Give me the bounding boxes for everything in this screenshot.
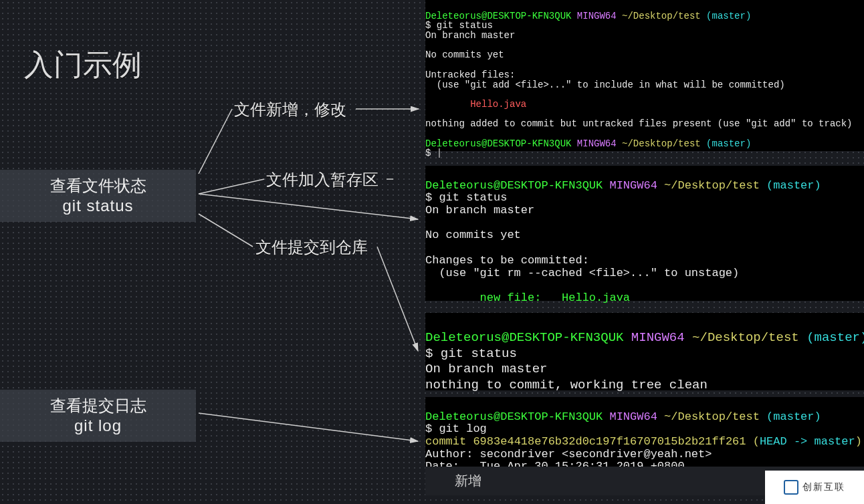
term-user: Deleteorus@DESKTOP-KFN3QUK — [425, 410, 603, 423]
term-branch: (master) — [806, 330, 864, 345]
term-shell: MINGW64 — [609, 179, 657, 192]
term-cmd: git log — [439, 422, 486, 435]
terminal-untracked: Deleteorus@DESKTOP-KFN3QUK MINGW64 ~/Des… — [425, 0, 864, 151]
term-line: (use "git rm --cached <file>..." to unst… — [425, 267, 739, 279]
label-log-box: 查看提交日志 git log — [0, 390, 196, 442]
term-prompt: $ — [425, 346, 433, 361]
terminal-clean: Deleteorus@DESKTOP-KFN3QUK MINGW64 ~/Des… — [425, 313, 864, 390]
term-head-ref: HEAD -> master — [760, 435, 855, 448]
term-author: Author: secondriver <secondriver@yeah.ne… — [425, 448, 712, 461]
term-user: Deleteorus@DESKTOP-KFN3QUK — [425, 179, 603, 192]
term-line: nothing to commit, working tree clean — [425, 378, 708, 392]
term-user: Deleteorus@DESKTOP-KFN3QUK — [425, 138, 571, 149]
label-log-cmd: git log — [20, 416, 176, 435]
term-cmd: git status — [439, 191, 507, 204]
term-line: nothing added to commit but untracked fi… — [425, 118, 853, 129]
term-branch: (master) — [766, 179, 821, 192]
term-user: Deleteorus@DESKTOP-KFN3QUK — [425, 330, 623, 345]
term-cmd: git status — [437, 20, 493, 31]
watermark-logo-icon — [784, 480, 798, 495]
term-shell: MINGW64 — [631, 330, 685, 345]
svg-line-5 — [199, 214, 253, 247]
label-status-cmd: git status — [20, 197, 176, 215]
term-branch: (master) — [766, 410, 821, 423]
term-prompt: $ — [425, 191, 432, 204]
svg-line-8 — [199, 413, 418, 441]
watermark-text: 创新互联 — [802, 481, 845, 493]
term-path: ~/Desktop/test — [692, 330, 799, 345]
term-path: ~/Desktop/test — [664, 179, 760, 192]
svg-line-6 — [377, 247, 418, 351]
term-line: On branch master — [425, 362, 547, 376]
term-commit-hash: 6983e4418e76b32d0c197f16707015b2b21ff261 — [473, 435, 746, 448]
term-line: Untracked files: — [425, 70, 515, 80]
term-prompt: $ — [425, 20, 431, 31]
commit-message: 新增 — [455, 473, 481, 488]
svg-line-2 — [199, 179, 264, 194]
term-staged-file: new file: Hello.java — [425, 291, 630, 304]
terminal-log: Deleteorus@DESKTOP-KFN3QUK MINGW64 ~/Des… — [425, 397, 864, 467]
term-line: No commits yet — [425, 229, 521, 241]
svg-line-4 — [199, 194, 418, 219]
term-line: Changes to be committed: — [425, 254, 589, 267]
term-path: ~/Desktop/test — [622, 138, 701, 149]
svg-line-0 — [199, 109, 232, 174]
term-line: On branch master — [425, 204, 534, 217]
term-path: ~/Desktop/test — [622, 11, 701, 21]
term-line: (use "git add <file>..." to include in w… — [425, 80, 785, 90]
label-status-title: 查看文件状态 — [20, 175, 176, 197]
term-commit-prefix: commit — [425, 435, 473, 448]
arrow-label-1: 文件新增，修改 — [234, 99, 346, 120]
term-line: On branch master — [425, 30, 515, 41]
term-prompt: $ — [425, 148, 431, 158]
term-shell: MINGW64 — [609, 410, 657, 423]
term-user: Deleteorus@DESKTOP-KFN3QUK — [425, 11, 571, 21]
slide-title: 入门示例 — [24, 45, 142, 85]
label-log-title: 查看提交日志 — [20, 395, 176, 416]
term-branch: (master) — [706, 138, 751, 149]
term-line: No commits yet — [425, 49, 504, 60]
term-prompt: $ — [425, 422, 432, 435]
term-cmd: git status — [441, 346, 517, 361]
term-branch: (master) — [706, 11, 751, 21]
term-path: ~/Desktop/test — [664, 410, 760, 423]
arrow-label-3: 文件提交到仓库 — [255, 237, 368, 258]
watermark: 创新互联 — [765, 471, 864, 504]
label-status-box: 查看文件状态 git status — [0, 170, 196, 222]
term-shell: MINGW64 — [577, 11, 617, 21]
terminal-staged: Deleteorus@DESKTOP-KFN3QUK MINGW64 ~/Des… — [425, 166, 864, 301]
term-untracked-file: Hello.java — [425, 99, 526, 110]
arrow-label-2: 文件加入暂存区 — [266, 169, 379, 191]
term-shell: MINGW64 — [577, 138, 617, 149]
